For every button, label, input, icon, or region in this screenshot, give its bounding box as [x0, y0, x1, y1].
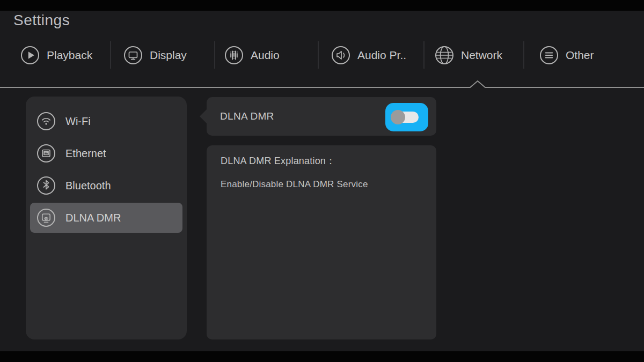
tab-label: Network [461, 49, 502, 62]
equalizer-circle-icon [224, 46, 244, 65]
tab-other[interactable]: Other [539, 45, 594, 65]
play-circle-icon [20, 46, 40, 65]
dlna-dmr-toggle[interactable] [385, 103, 428, 131]
explanation-panel: DLNA DMR Explanation： Enable/Disable DLN… [207, 145, 436, 339]
sidebar-item-wifi[interactable]: Wi-Fi [30, 105, 182, 137]
top-letterbox-bar [0, 0, 644, 11]
tab-separator [423, 41, 425, 69]
bottom-letterbox-bar [0, 351, 644, 362]
setting-row-label: DLNA DMR [220, 97, 274, 136]
dlna-cast-icon [36, 208, 56, 227]
sidebar-item-label: DLNA DMR [65, 212, 121, 224]
sidebar-item-dlna-dmr[interactable]: DLNA DMR [30, 203, 182, 233]
wifi-icon [36, 112, 56, 131]
bluetooth-icon [36, 176, 56, 195]
tab-audio-pr[interactable]: Audio Pr.. [331, 45, 406, 65]
tab-label: Audio Pr.. [357, 49, 406, 62]
globe-icon [435, 46, 454, 65]
sidebar-panel: Wi-Fi Ethernet Bluetooth [26, 97, 187, 339]
display-circle-icon [123, 46, 143, 65]
settings-screen: Settings Playback Display Audio [0, 0, 644, 362]
toggle-track [393, 112, 419, 123]
list-circle-icon [539, 46, 559, 65]
sidebar-item-label: Wi-Fi [65, 115, 91, 128]
sidebar-item-label: Ethernet [65, 147, 106, 160]
sidebar-item-ethernet[interactable]: Ethernet [30, 137, 182, 169]
explanation-body: Enable/Disable DLNA DMR Service [221, 179, 422, 190]
tab-network[interactable]: Network [435, 45, 502, 65]
tab-separator [214, 41, 215, 69]
explanation-title: DLNA DMR Explanation： [221, 154, 422, 167]
sidebar-item-bluetooth[interactable]: Bluetooth [30, 169, 182, 202]
tab-playback[interactable]: Playback [20, 45, 92, 65]
toggle-thumb [391, 110, 405, 124]
page-title: Settings [13, 12, 70, 29]
tab-separator [110, 41, 111, 69]
dlna-dmr-setting-row[interactable]: DLNA DMR [207, 97, 436, 136]
selected-item-pointer [200, 109, 207, 124]
tab-display[interactable]: Display [123, 45, 187, 65]
tab-label: Audio [251, 49, 280, 62]
tab-separator [318, 41, 319, 69]
tab-audio[interactable]: Audio [224, 45, 280, 65]
tab-divider-caret [0, 79, 644, 90]
tab-label: Playback [47, 49, 92, 62]
tab-label: Other [566, 49, 594, 62]
ethernet-icon [36, 144, 56, 163]
speaker-circle-icon [331, 46, 350, 65]
tab-separator [523, 41, 524, 69]
sidebar-item-label: Bluetooth [65, 180, 111, 192]
tab-label: Display [150, 49, 187, 62]
